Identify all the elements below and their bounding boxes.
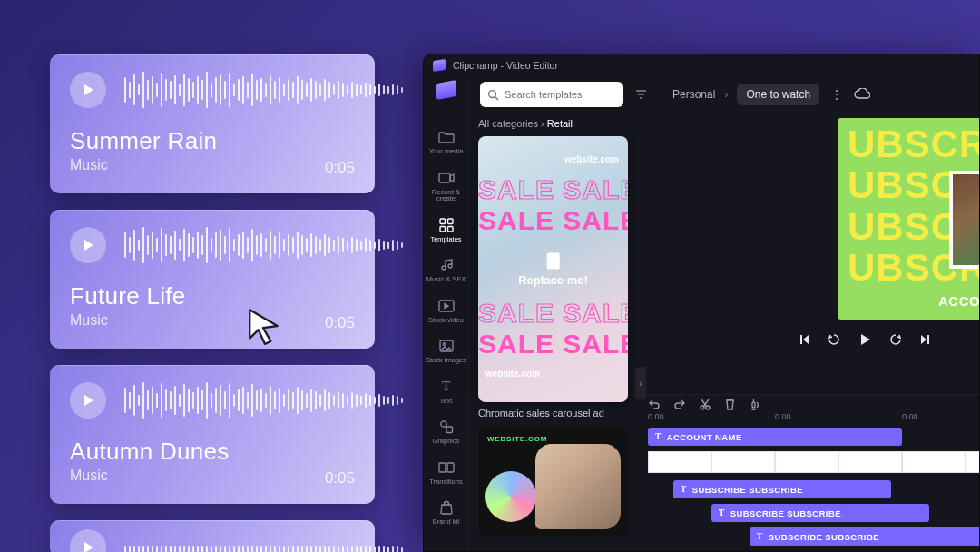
canvas-account-name: ACCOUNT NAME <box>938 293 980 309</box>
timeline-tracks[interactable]: T ACCOUNT NAME T SUBSCRIBE SUBSCRIBE <box>637 422 980 551</box>
timeline-ruler[interactable]: 0.00 0.00 0.00 0.00 <box>637 412 980 422</box>
svg-rect-2 <box>447 219 453 224</box>
track-category: Music <box>70 468 355 484</box>
sidebar-item-graphics[interactable]: Graphics <box>426 413 467 450</box>
cut-button[interactable] <box>699 398 711 410</box>
text-icon: T <box>655 432 662 441</box>
sidebar-item-transitions[interactable]: Transitions <box>426 454 467 491</box>
cursor-pointer-icon <box>245 307 283 345</box>
waveform <box>124 546 403 552</box>
music-card[interactable]: Future Life Music 0:05 <box>50 210 375 349</box>
preview-area: UBSCRIBE SU UBSCRIBE SU UBSCRIBE SU UBSC… <box>637 113 980 385</box>
canvas-insert-frame[interactable] <box>949 171 980 269</box>
window-titlebar: Clipchamp - Video Editor <box>424 54 979 76</box>
music-card[interactable]: Summer Rain Music 0:05 <box>50 54 375 193</box>
preview-canvas[interactable]: UBSCRIBE SU UBSCRIBE SU UBSCRIBE SU UBSC… <box>838 118 980 320</box>
text-icon: T <box>719 508 725 518</box>
rewind-button[interactable] <box>827 332 841 347</box>
play-button[interactable] <box>858 332 872 347</box>
template-website: website.com <box>485 369 540 379</box>
track-duration: 0:05 <box>325 314 355 332</box>
skip-end-button[interactable] <box>919 333 932 346</box>
sidebar-item-stock-video[interactable]: Stock video <box>426 292 467 330</box>
template-text: SALE SALE <box>478 298 628 329</box>
folder-icon <box>437 129 456 145</box>
search-input-wrapper[interactable] <box>480 82 623 107</box>
panel-crumb-root[interactable]: All categories <box>478 118 538 129</box>
chevron-right-icon: › <box>724 88 728 101</box>
sidebar-item-text[interactable]: T Text <box>426 373 467 410</box>
sidebar-item-your-media[interactable]: Your media <box>426 123 467 161</box>
transitions-icon <box>437 459 456 476</box>
breadcrumb-root[interactable]: Personal <box>672 88 715 101</box>
template-tag: WEBSITE.COM <box>487 435 547 443</box>
svg-point-14 <box>706 406 710 409</box>
waveform <box>124 69 403 111</box>
svg-point-13 <box>701 406 704 409</box>
delete-button[interactable] <box>724 398 736 410</box>
filter-icon[interactable] <box>635 89 647 100</box>
transport-controls <box>637 323 980 356</box>
search-icon <box>487 89 499 101</box>
text-icon: T <box>437 379 456 395</box>
audio-button[interactable] <box>749 398 761 410</box>
sidebar-item-music[interactable]: Music & SFX <box>426 251 467 289</box>
play-button[interactable] <box>70 382 106 419</box>
timeline-clip[interactable]: T SUBSCRIBE SUBSCRIBE <box>673 480 891 498</box>
timeline-media-track[interactable] <box>648 451 980 475</box>
more-icon[interactable]: ⋮ <box>828 86 845 103</box>
skip-start-button[interactable] <box>798 333 810 346</box>
svg-point-7 <box>443 343 446 346</box>
track-duration: 0:05 <box>325 469 355 488</box>
search-input[interactable] <box>505 89 630 100</box>
sidebar-item-record[interactable]: Record & create <box>426 164 467 208</box>
svg-rect-11 <box>447 463 454 472</box>
template-tile[interactable]: SALE SALE SALE SALE SALE SALE SALE SALE … <box>478 136 628 402</box>
image-icon <box>437 338 456 354</box>
track-title: Summer Rain <box>70 127 355 155</box>
template-tile[interactable]: WEBSITE.COM <box>478 428 628 537</box>
cloud-sync-icon[interactable] <box>854 86 870 103</box>
panel-crumb-leaf[interactable]: Retail <box>547 118 573 129</box>
track-category: Music <box>70 157 355 173</box>
timeline-toolbar: 0:04.78 / 1:00.00 <box>637 394 980 412</box>
template-text: SALE SALE <box>478 329 628 360</box>
music-card[interactable] <box>50 520 375 552</box>
forward-button[interactable] <box>888 332 903 347</box>
waveform <box>124 380 403 421</box>
template-graphic <box>485 471 536 522</box>
text-icon: T <box>757 532 763 541</box>
track-duration: 0:05 <box>325 159 355 177</box>
template-text: SALE SALE <box>478 205 628 236</box>
breadcrumb-current[interactable]: One to watch <box>737 84 819 105</box>
waveform <box>124 224 403 266</box>
canvas-text: UBSCRIBE SU <box>848 123 980 164</box>
template-website: website.com <box>564 154 619 164</box>
track-category: Music <box>70 312 355 329</box>
svg-rect-0 <box>439 173 450 182</box>
sidebar-item-brand-kit[interactable]: Brand kit <box>426 494 467 531</box>
template-caption: Chromatic sales carousel ad <box>478 408 628 419</box>
music-card[interactable]: Autumn Dunes Music 0:05 <box>50 365 375 504</box>
play-button[interactable] <box>70 529 106 552</box>
camera-icon <box>437 170 456 186</box>
svg-point-8 <box>440 421 446 427</box>
svg-rect-9 <box>446 427 453 433</box>
redo-button[interactable] <box>673 398 686 410</box>
sidebar-item-stock-images[interactable]: Stock images <box>426 332 467 370</box>
breadcrumb: Personal › One to watch ⋮ <box>672 84 870 105</box>
editor-sidebar: Your media Record & create Templates Mus… <box>424 76 469 551</box>
timeline-clip[interactable]: T SUBSCRIBE SUBSCRIBE <box>750 527 980 546</box>
template-replace-placeholder: Replace me! <box>518 252 588 286</box>
svg-rect-10 <box>439 463 446 472</box>
templates-panel: All categories › Retail SALE SALE SALE S… <box>469 113 637 551</box>
timeline-clip[interactable]: T ACCOUNT NAME <box>648 428 902 446</box>
play-button[interactable] <box>70 72 106 108</box>
templates-icon <box>437 217 456 233</box>
undo-button[interactable] <box>648 398 661 410</box>
panel-crumbs: All categories › Retail <box>478 118 628 129</box>
sidebar-item-templates[interactable]: Templates <box>426 212 467 249</box>
video-icon <box>437 298 456 314</box>
play-button[interactable] <box>70 227 106 263</box>
timeline-clip[interactable]: T SUBSCRIBE SUBSCRIBE <box>711 504 929 522</box>
